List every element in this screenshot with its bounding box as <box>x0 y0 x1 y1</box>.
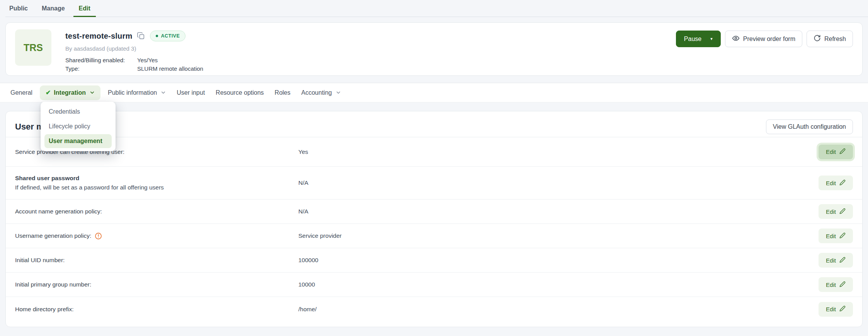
detail-label: Shared/Billing enabled: <box>65 57 137 63</box>
table-row: Shared user password If defined, will be… <box>6 167 862 200</box>
tab-public-information-label: Public information <box>108 89 157 96</box>
row-value: /home/ <box>298 306 819 313</box>
eye-icon <box>732 34 740 44</box>
menu-item-lifecycle-policy[interactable]: Lifecycle policy <box>44 119 112 133</box>
refresh-label: Refresh <box>824 36 846 43</box>
edit-label: Edit <box>826 208 836 215</box>
tab-user-input[interactable]: User input <box>171 83 210 102</box>
status-dot-icon <box>156 35 158 37</box>
status-badge-label: ACTIVE <box>161 33 180 39</box>
row-value: N/A <box>298 208 819 215</box>
row-value: N/A <box>298 179 819 186</box>
table-row: Username generation policy: Service prov… <box>6 224 862 248</box>
pencil-icon <box>839 305 846 313</box>
row-label: Shared user password <box>15 175 79 182</box>
row-value: Service provider <box>298 232 819 239</box>
edit-button[interactable]: Edit <box>819 277 853 292</box>
edit-label: Edit <box>826 257 836 264</box>
table-row: Home directory prefix: /home/ Edit <box>6 297 862 321</box>
tab-public-information[interactable]: Public information <box>102 83 171 102</box>
row-value: 100000 <box>298 257 819 264</box>
status-badge: ACTIVE <box>150 31 186 41</box>
offering-header-card: TRS test-remote-slurm ACTIVE By aasdasda… <box>5 22 863 76</box>
byline: By aasdasdasd (updated 3) <box>65 45 676 52</box>
pencil-icon <box>839 208 846 215</box>
row-label: Account name generation policy: <box>15 208 298 215</box>
tab-roles[interactable]: Roles <box>269 83 296 102</box>
edit-button[interactable]: Edit <box>819 176 853 190</box>
row-value: 10000 <box>298 281 819 288</box>
detail-label: Type: <box>65 65 137 72</box>
avatar: TRS <box>15 29 51 66</box>
edit-button[interactable]: Edit <box>819 145 853 159</box>
tab-edit[interactable]: Edit <box>73 0 96 17</box>
edit-label: Edit <box>826 306 836 312</box>
pencil-icon <box>839 281 846 288</box>
row-description: If defined, will be set as a password fo… <box>15 184 298 191</box>
integration-dropdown-menu: Credentials Lifecycle policy User manage… <box>41 102 116 151</box>
warning-info-icon[interactable] <box>95 232 102 240</box>
pencil-icon <box>839 232 846 240</box>
preview-label: Preview order form <box>743 36 795 43</box>
edit-label: Edit <box>826 180 836 186</box>
table-row: Initial primary group number: 10000 Edit <box>6 273 862 297</box>
user-management-card: User management View GLAuth configuratio… <box>5 111 863 327</box>
settings-list: Service provider can create offering use… <box>6 137 862 321</box>
table-row: Initial UID number: 100000 Edit <box>6 248 862 273</box>
pencil-icon <box>839 179 846 187</box>
pause-button[interactable]: Pause ▾ <box>676 31 721 47</box>
row-label: Initial UID number: <box>15 257 298 264</box>
tab-integration-label: Integration <box>54 89 86 96</box>
table-row: Account name generation policy: N/A Edit <box>6 200 862 224</box>
edit-label: Edit <box>826 281 836 288</box>
page-mode-tabs: Public Manage Edit <box>0 0 868 17</box>
edit-label: Edit <box>826 148 836 155</box>
chevron-down-icon <box>336 90 341 97</box>
edit-label: Edit <box>826 233 836 239</box>
tab-integration[interactable]: ✔ Integration <box>40 85 100 100</box>
copy-icon[interactable] <box>137 32 145 40</box>
edit-button[interactable]: Edit <box>819 253 853 268</box>
row-value: Yes <box>298 148 819 155</box>
pause-label: Pause <box>684 36 701 43</box>
pencil-icon <box>839 148 846 155</box>
tab-accounting[interactable]: Accounting <box>296 83 346 102</box>
edit-button[interactable]: Edit <box>819 204 853 219</box>
caret-down-icon: ▾ <box>710 36 713 41</box>
tab-resource-options[interactable]: Resource options <box>210 83 269 102</box>
tab-general[interactable]: General <box>5 83 38 102</box>
offering-details: Shared/Billing enabled: Yes/Yes Type: SL… <box>65 57 676 72</box>
row-label: Username generation policy: <box>15 232 91 239</box>
page-title: test-remote-slurm <box>65 32 132 41</box>
refresh-icon <box>814 34 821 43</box>
check-icon: ✔ <box>46 90 51 96</box>
menu-item-credentials[interactable]: Credentials <box>44 105 112 119</box>
pencil-icon <box>839 257 846 264</box>
refresh-button[interactable]: Refresh <box>807 31 853 47</box>
preview-order-form-button[interactable]: Preview order form <box>725 31 802 47</box>
menu-item-user-management[interactable]: User management <box>44 134 112 148</box>
edit-button[interactable]: Edit <box>819 302 853 317</box>
tab-accounting-label: Accounting <box>301 89 332 96</box>
table-row: Service provider can create offering use… <box>6 137 862 167</box>
edit-button[interactable]: Edit <box>819 229 853 243</box>
view-glauth-configuration-button[interactable]: View GLAuth configuration <box>766 119 853 134</box>
chevron-down-icon <box>161 90 166 97</box>
detail-value: Yes/Yes <box>137 57 676 63</box>
row-label: Home directory prefix: <box>15 306 298 313</box>
offering-section-tabs: General ✔ Integration Public information… <box>0 83 868 102</box>
row-label: Initial primary group number: <box>15 281 298 288</box>
chevron-down-icon <box>90 90 95 97</box>
detail-value: SLURM remote allocation <box>137 65 676 72</box>
tab-manage[interactable]: Manage <box>36 0 70 17</box>
tab-public[interactable]: Public <box>4 0 33 17</box>
